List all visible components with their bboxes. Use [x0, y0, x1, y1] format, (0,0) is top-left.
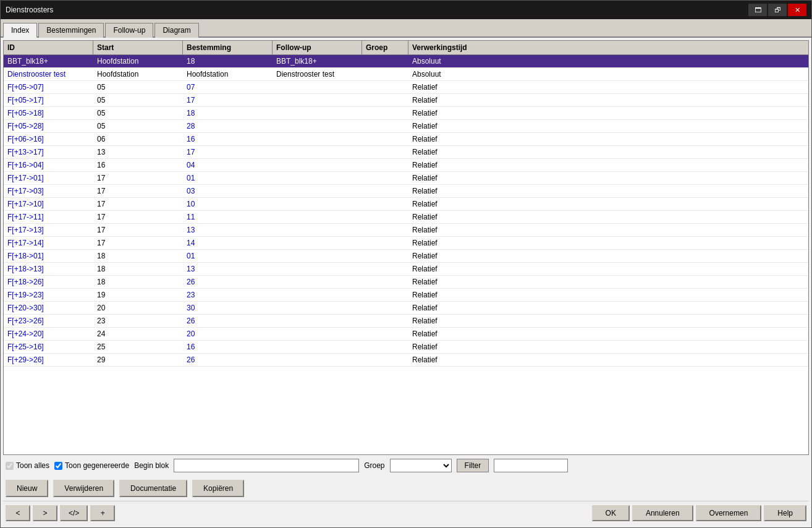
cell-bestemming: 26: [183, 315, 273, 327]
col-header-id: ID: [4, 41, 93, 54]
cell-bestemming: Hoofdstation: [183, 68, 273, 80]
cell-start: 06: [93, 133, 183, 145]
cell-id: F[+18->13]: [4, 263, 93, 275]
col-header-start: Start: [93, 41, 183, 54]
cell-followup: [273, 224, 362, 236]
annuleren-button[interactable]: Annuleren: [632, 505, 693, 521]
table-row[interactable]: F[+17->11] 17 11 Relatief: [4, 211, 808, 224]
tab-followup[interactable]: Follow-up: [105, 23, 153, 38]
table-row[interactable]: F[+23->26] 23 26 Relatief: [4, 315, 808, 328]
cell-followup: [273, 172, 362, 184]
table-row[interactable]: F[+25->16] 25 16 Relatief: [4, 341, 808, 354]
col-header-groep: Groep: [362, 41, 408, 54]
edit-button[interactable]: </>: [60, 505, 88, 521]
cell-id: F[+20->30]: [4, 302, 93, 314]
minimize-button[interactable]: 🗖: [748, 4, 767, 16]
nieuw-button[interactable]: Nieuw: [6, 480, 48, 497]
overnemen-button[interactable]: Overnemen: [696, 505, 762, 521]
documentatie-button[interactable]: Documentatie: [119, 480, 187, 497]
cell-followup: [273, 146, 362, 158]
tab-index[interactable]: Index: [3, 23, 37, 38]
cell-id: F[+23->26]: [4, 315, 93, 327]
table-row[interactable]: F[+20->30] 20 30 Relatief: [4, 302, 808, 315]
groep-dropdown[interactable]: [390, 459, 452, 472]
toon-gegenereerde-label: Toon gegenereerde: [65, 461, 129, 470]
table-row[interactable]: F[+05->18] 05 18 Relatief: [4, 107, 808, 120]
next-button[interactable]: >: [33, 505, 57, 521]
cell-verwerkingstijd: Relatief: [408, 107, 808, 119]
maximize-button[interactable]: 🗗: [768, 4, 787, 16]
table-row[interactable]: F[+17->14] 17 14 Relatief: [4, 237, 808, 250]
prev-button[interactable]: <: [6, 505, 30, 521]
cell-followup: [273, 120, 362, 132]
cell-start: 16: [93, 159, 183, 171]
cell-id: F[+17->01]: [4, 172, 93, 184]
cell-bestemming: 18: [183, 107, 273, 119]
cell-groep: [362, 276, 408, 288]
table-row[interactable]: Dienstrooster test Hoofdstation Hoofdsta…: [4, 68, 808, 81]
filter-button[interactable]: Filter: [457, 459, 489, 472]
table-row[interactable]: F[+18->13] 18 13 Relatief: [4, 263, 808, 276]
table-row[interactable]: F[+17->03] 17 03 Relatief: [4, 185, 808, 198]
help-button[interactable]: Help: [764, 505, 806, 521]
table-row[interactable]: BBT_blk18+ Hoofdstation 18 BBT_blk18+ Ab…: [4, 55, 808, 68]
tab-bestemmingen[interactable]: Bestemmingen: [38, 23, 104, 38]
close-button[interactable]: ✕: [788, 4, 806, 16]
ok-button[interactable]: OK: [592, 505, 630, 521]
table-row[interactable]: F[+05->28] 05 28 Relatief: [4, 120, 808, 133]
cell-start: 23: [93, 315, 183, 327]
table-row[interactable]: F[+05->17] 05 17 Relatief: [4, 94, 808, 107]
cell-bestemming: 26: [183, 276, 273, 288]
cell-id: F[+25->16]: [4, 341, 93, 353]
table-row[interactable]: F[+18->26] 18 26 Relatief: [4, 276, 808, 289]
table-row[interactable]: F[+29->26] 29 26 Relatief: [4, 354, 808, 367]
table-row[interactable]: F[+17->13] 17 13 Relatief: [4, 224, 808, 237]
cell-bestemming: 13: [183, 224, 273, 236]
table-row[interactable]: F[+17->10] 17 10 Relatief: [4, 198, 808, 211]
cell-id: Dienstrooster test: [4, 68, 93, 80]
cell-groep: [362, 328, 408, 340]
cell-groep: [362, 81, 408, 93]
table-row[interactable]: F[+06->16] 06 16 Relatief: [4, 133, 808, 146]
cell-verwerkingstijd: Relatief: [408, 341, 808, 353]
cell-verwerkingstijd: Relatief: [408, 146, 808, 158]
cell-groep: [362, 55, 408, 67]
cell-followup: BBT_blk18+: [273, 55, 362, 67]
cell-verwerkingstijd: Relatief: [408, 224, 808, 236]
cell-verwerkingstijd: Relatief: [408, 211, 808, 223]
cell-bestemming: 13: [183, 263, 273, 275]
table-row[interactable]: F[+19->23] 19 23 Relatief: [4, 289, 808, 302]
cell-verwerkingstijd: Relatief: [408, 250, 808, 262]
toon-gegenereerde-checkbox[interactable]: [54, 462, 62, 470]
cell-id: F[+06->16]: [4, 133, 93, 145]
cell-groep: [362, 146, 408, 158]
cell-start: 17: [93, 185, 183, 197]
cell-start: Hoofdstation: [93, 55, 183, 67]
cell-followup: [273, 94, 362, 106]
filter-extra-input[interactable]: [494, 459, 568, 472]
cell-bestemming: 03: [183, 185, 273, 197]
cell-start: 24: [93, 328, 183, 340]
table-row[interactable]: F[+24->20] 24 20 Relatief: [4, 328, 808, 341]
cell-groep: [362, 211, 408, 223]
kopieren-button[interactable]: Kopiëren: [192, 480, 244, 497]
cell-followup: [273, 276, 362, 288]
cell-id: F[+13->17]: [4, 146, 93, 158]
table-row[interactable]: F[+17->01] 17 01 Relatief: [4, 172, 808, 185]
table-body[interactable]: BBT_blk18+ Hoofdstation 18 BBT_blk18+ Ab…: [4, 55, 808, 454]
table-row[interactable]: F[+13->17] 13 17 Relatief: [4, 146, 808, 159]
tab-diagram[interactable]: Diagram: [154, 23, 198, 38]
cell-followup: [273, 237, 362, 249]
cell-verwerkingstijd: Relatief: [408, 354, 808, 366]
begin-blok-input[interactable]: [174, 459, 359, 472]
cell-id: F[+18->26]: [4, 276, 93, 288]
cell-id: BBT_blk18+: [4, 55, 93, 67]
toon-alles-checkbox[interactable]: [6, 462, 14, 470]
add-button[interactable]: +: [90, 505, 115, 521]
verwijderen-button[interactable]: Verwijderen: [53, 480, 114, 497]
table-row[interactable]: F[+18->01] 18 01 Relatief: [4, 250, 808, 263]
cell-followup: [273, 107, 362, 119]
table-row[interactable]: F[+05->07] 05 07 Relatief: [4, 81, 808, 94]
table-row[interactable]: F[+16->04] 16 04 Relatief: [4, 159, 808, 172]
cell-bestemming: 07: [183, 81, 273, 93]
